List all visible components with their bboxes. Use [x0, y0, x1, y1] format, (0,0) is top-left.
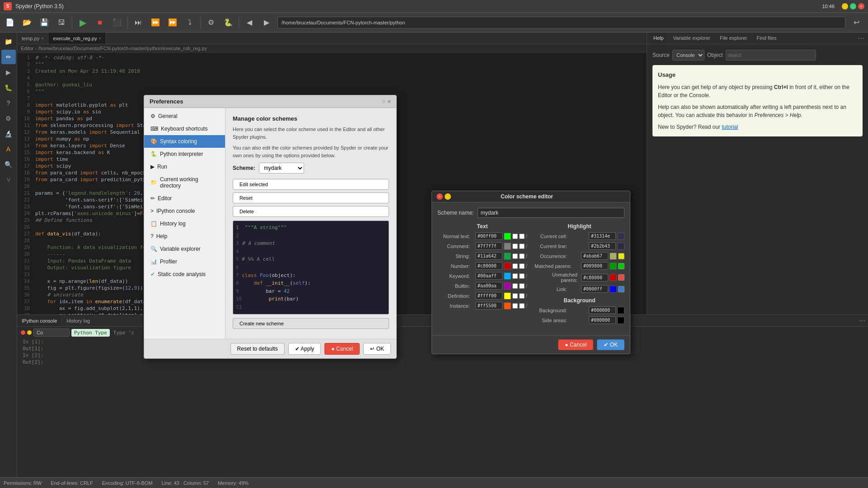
- tab-variable-explorer[interactable]: Variable explorer: [669, 33, 715, 44]
- prefs-profiler[interactable]: 📊 Profiler: [144, 255, 225, 268]
- side-areas-swatch[interactable]: [617, 317, 624, 324]
- string-bold[interactable]: [512, 253, 518, 259]
- instance-bold[interactable]: [512, 303, 518, 309]
- panel-options-icon[interactable]: ⋯: [858, 35, 864, 42]
- close-tab-btn[interactable]: ×: [99, 36, 101, 41]
- keyword-hex[interactable]: [475, 272, 502, 280]
- definition-italic[interactable]: [519, 293, 525, 299]
- tab-ipython-console[interactable]: IPython console: [17, 315, 62, 326]
- prefs-editor[interactable]: ✏ Editor: [144, 192, 225, 205]
- builtin-italic[interactable]: [519, 283, 525, 289]
- sidebar-amazon-icon[interactable]: A: [1, 142, 16, 156]
- prefs-python-interpreter[interactable]: 🐍 Python interpreter: [144, 148, 225, 160]
- python-button[interactable]: 🐍: [220, 14, 236, 31]
- step-button[interactable]: ⏩: [147, 14, 164, 31]
- cse-ok-button[interactable]: ✔ OK: [597, 339, 624, 350]
- ok-button[interactable]: ↵ OK: [363, 343, 391, 355]
- link-swatch[interactable]: [610, 286, 617, 293]
- sidebar-files-icon[interactable]: 📁: [1, 34, 16, 49]
- run-cell-button[interactable]: ⏭: [130, 14, 146, 31]
- prefs-syntax-coloring[interactable]: 🎨 Syntax coloring: [144, 135, 225, 148]
- prefs-run[interactable]: ▶ Run: [144, 160, 225, 173]
- run-button[interactable]: ▶: [75, 14, 91, 31]
- keyword-italic[interactable]: [519, 273, 525, 279]
- forward-button[interactable]: ▶: [258, 14, 275, 31]
- preferences-toolbar-button[interactable]: ⚙: [203, 14, 219, 31]
- instance-swatch[interactable]: [504, 302, 511, 310]
- prefs-static-code[interactable]: ✔ Static code analysis: [144, 268, 225, 281]
- keyword-swatch[interactable]: [504, 272, 511, 280]
- occurrence-swatch[interactable]: [610, 253, 617, 260]
- normal-text-swatch[interactable]: [504, 233, 511, 240]
- comment-swatch[interactable]: [504, 243, 511, 250]
- comment-hex[interactable]: [475, 242, 502, 250]
- step-into-button[interactable]: ⤵: [182, 14, 198, 31]
- unmatched-parens-hex[interactable]: [581, 274, 608, 282]
- close-button[interactable]: ×: [858, 3, 864, 9]
- instance-italic[interactable]: [519, 303, 525, 309]
- sidebar-settings-icon[interactable]: ⚙: [1, 111, 16, 126]
- prefs-history-log[interactable]: 📋 History log: [144, 217, 225, 230]
- sidebar-help-icon[interactable]: ?: [1, 96, 16, 110]
- create-new-scheme-button[interactable]: Create new scheme: [233, 318, 389, 329]
- side-areas-hex[interactable]: [589, 316, 616, 324]
- object-input[interactable]: [726, 50, 816, 61]
- prefs-minimize-btn[interactable]: ○: [382, 98, 386, 105]
- maximize-button[interactable]: □: [850, 3, 856, 9]
- tab-find-in-files[interactable]: Find files: [752, 33, 782, 44]
- minimize-button[interactable]: −: [842, 3, 848, 9]
- occurrence-hex[interactable]: [581, 252, 608, 260]
- source-select[interactable]: Console Editor: [672, 50, 704, 61]
- bottom-panel-options-icon[interactable]: ⋯: [859, 315, 865, 326]
- path-input[interactable]: [277, 17, 845, 28]
- keyword-bold[interactable]: [512, 273, 518, 279]
- background-hex[interactable]: [589, 306, 616, 314]
- comment-bold[interactable]: [512, 244, 518, 249]
- cse-close-btn[interactable]: ×: [436, 193, 443, 200]
- reset-button[interactable]: Reset: [233, 192, 389, 203]
- normal-text-italic[interactable]: [519, 234, 525, 239]
- number-bold[interactable]: [512, 263, 518, 269]
- continue-button[interactable]: ⏩: [164, 14, 181, 31]
- new-file-button[interactable]: 📄: [2, 14, 18, 31]
- prefs-ipython-console[interactable]: > IPython console: [144, 205, 225, 217]
- instance-hex[interactable]: [475, 302, 502, 310]
- save-button[interactable]: 💾: [36, 14, 52, 31]
- prefs-general[interactable]: ⚙ General: [144, 110, 225, 122]
- prefs-help[interactable]: ? Help: [144, 230, 225, 243]
- prefs-keyboard-shortcuts[interactable]: ⌨ Keyboard shortcuts: [144, 122, 225, 135]
- definition-swatch[interactable]: [504, 292, 511, 300]
- definition-bold[interactable]: [512, 293, 518, 299]
- unmatched-parens-swatch[interactable]: [610, 274, 617, 281]
- background-swatch[interactable]: [617, 307, 624, 314]
- current-cell-hex[interactable]: [589, 232, 616, 240]
- cancel-button[interactable]: ● Cancel: [324, 343, 360, 355]
- string-hex[interactable]: [475, 252, 502, 260]
- cse-minimize-btn[interactable]: −: [445, 193, 451, 200]
- builtin-bold[interactable]: [512, 283, 518, 289]
- matched-parens-hex[interactable]: [581, 262, 608, 270]
- builtin-hex[interactable]: [475, 282, 502, 290]
- stop-button[interactable]: ■: [92, 14, 108, 31]
- debug-button[interactable]: ⬛: [109, 14, 125, 31]
- tab-history-log[interactable]: History log: [62, 315, 95, 326]
- delete-button[interactable]: Delete: [233, 206, 389, 217]
- back-button[interactable]: ◀: [241, 14, 258, 31]
- tab-file-explorer[interactable]: File explorer: [715, 33, 752, 44]
- edit-selected-button[interactable]: Edit selected: [233, 179, 389, 190]
- comment-italic[interactable]: [519, 244, 525, 249]
- prefs-cwd[interactable]: 📁 Current working directory: [144, 173, 225, 192]
- close-tab-btn[interactable]: ×: [41, 36, 43, 41]
- scheme-select[interactable]: mydark spyder zenburn: [259, 163, 304, 174]
- sidebar-editor-icon[interactable]: ✏: [1, 50, 16, 64]
- apply-button[interactable]: ✔ Apply: [288, 343, 321, 355]
- sidebar-vars-icon[interactable]: 🔬: [1, 127, 16, 141]
- reset-to-defaults-button[interactable]: Reset to defaults: [230, 343, 285, 355]
- prefs-close-btn[interactable]: ×: [387, 98, 391, 105]
- go-button[interactable]: ↩: [848, 14, 864, 31]
- current-line-swatch[interactable]: [617, 243, 624, 250]
- open-file-button[interactable]: 📂: [19, 14, 35, 31]
- prefs-variable-explorer[interactable]: 🔍 Variable explorer: [144, 243, 225, 255]
- normal-text-hex[interactable]: [475, 232, 502, 240]
- scheme-name-input[interactable]: [478, 208, 624, 218]
